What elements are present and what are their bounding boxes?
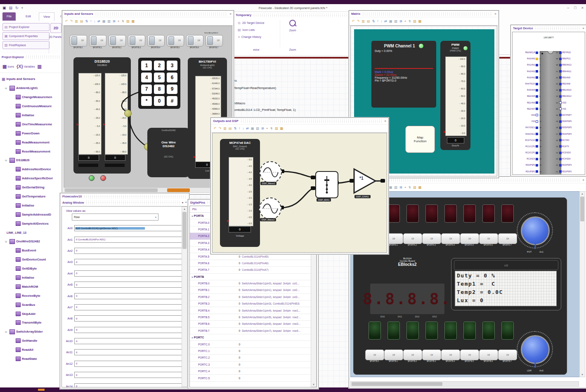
- pin-row[interactable]: PORTB.1 0 SwitchArraySlider1(pin1), keyp…: [190, 287, 317, 293]
- pin-pad-right[interactable]: [559, 95, 562, 98]
- toolbar-icon[interactable]: ▥: [75, 20, 78, 23]
- slider-marker-icon[interactable]: [444, 131, 446, 133]
- porta-button[interactable]: Off: [422, 233, 441, 244]
- tree-item[interactable]: ResetMeasurement: [1, 147, 62, 156]
- pin-pad-left[interactable]: [536, 164, 538, 167]
- pin-pad-left[interactable]: [536, 114, 538, 116]
- pin-pad-right[interactable]: [559, 139, 562, 141]
- toolbar-icon[interactable]: ⊞: [399, 20, 402, 23]
- toolbar-icon[interactable]: ▨: [413, 20, 416, 23]
- tree-item[interactable]: GetSerialString: [1, 183, 62, 192]
- slider-marker-icon[interactable]: [194, 156, 196, 158]
- tree-item[interactable]: AddressSpecificDevi: [1, 174, 62, 183]
- keypad-key[interactable]: 2: [154, 61, 165, 70]
- view-option[interactable]: ▤ Icon Lists: [236, 26, 276, 33]
- expander-icon[interactable]: ⊟: [5, 330, 8, 333]
- tab-edit[interactable]: Edit: [21, 12, 35, 21]
- keypad-key[interactable]: 9: [167, 85, 177, 94]
- pin-pad-left[interactable]: [536, 170, 538, 173]
- pin-pad-right[interactable]: [559, 52, 562, 54]
- pin-row[interactable]: ▸PORTC: [190, 334, 317, 341]
- toolbar-icon[interactable]: ↓: [380, 20, 382, 23]
- analog-channel-value[interactable]: 0 ComboBL0114(Pot ADC): [74, 237, 186, 243]
- inputs-horizontal-scrollbar[interactable]: [64, 188, 232, 193]
- dsp-mixer-block[interactable]: [315, 171, 338, 198]
- pin-pad-left[interactable]: [536, 64, 538, 66]
- tree-item[interactable]: GetDeviceCount: [1, 255, 62, 264]
- tree-item[interactable]: ScanBus: [1, 300, 62, 309]
- slider-marker-icon[interactable]: [77, 123, 79, 126]
- pin-pad-right[interactable]: [559, 158, 562, 160]
- pin-pad-right[interactable]: [559, 133, 562, 135]
- pin-pad-left[interactable]: [536, 95, 538, 98]
- portb-button[interactable]: Off: [422, 350, 441, 360]
- tree-item[interactable]: LINK_LINE_13: [1, 228, 62, 237]
- toolbar-icon[interactable]: ↑: [377, 20, 378, 23]
- keypad-key[interactable]: 4: [141, 73, 152, 82]
- toolbar-icon[interactable]: ▩: [418, 186, 422, 189]
- toolbar-icon[interactable]: ↷: [70, 20, 73, 23]
- dsp-wave1-block[interactable]: [260, 161, 282, 183]
- toolbar-icon[interactable]: ↑: [90, 20, 92, 23]
- keypad-key[interactable]: 8: [154, 85, 165, 94]
- slider-switch[interactable]: Off: [167, 35, 184, 47]
- toolbar-icon[interactable]: ↶: [214, 127, 217, 130]
- ribbon-button[interactable]: ▦ Component Properties: [2, 32, 50, 40]
- tree-item[interactable]: SampleAddressedD: [1, 210, 62, 219]
- pin-row[interactable]: ▸PORTB: [190, 274, 317, 280]
- tree-item[interactable]: ⊟ SwitchArraySlider: [1, 327, 62, 336]
- toolbar-icon[interactable]: ▨: [413, 186, 416, 189]
- toolbar-icon[interactable]: ⇄: [246, 127, 249, 130]
- keypad-key[interactable]: 1: [141, 61, 152, 70]
- zoom-control[interactable]: Zoom -: [282, 18, 303, 34]
- tree-item[interactable]: ⊟ DS18B20: [1, 156, 62, 165]
- toolbar-icon[interactable]: ▧: [395, 186, 398, 189]
- close-icon[interactable]: ×: [229, 12, 232, 16]
- toolbar-icon[interactable]: ▩: [132, 20, 135, 23]
- close-icon[interactable]: ×: [185, 201, 187, 204]
- toolbar-icon[interactable]: +: [404, 186, 406, 189]
- pin-row[interactable]: PORTB.4 0 SwitchArraySlider1(pin4), keyp…: [190, 307, 317, 314]
- tab-view[interactable]: View: [39, 12, 54, 21]
- pin-row[interactable]: PORTB.5 0 SwitchArraySlider1(pin5), keyp…: [190, 314, 317, 321]
- toolbar-icon[interactable]: ↯: [270, 127, 273, 130]
- expander-icon[interactable]: ⊟: [5, 87, 8, 89]
- pin-pad-right[interactable]: [559, 164, 562, 167]
- slider-switch[interactable]: Off: [89, 35, 106, 47]
- toolbar-icon[interactable]: ▧: [395, 20, 398, 23]
- pin-pad-right[interactable]: [559, 64, 562, 66]
- tree-item[interactable]: GetIDByte: [1, 264, 62, 273]
- pin-row[interactable]: PORTC.2 0: [190, 354, 317, 361]
- pin-pad-left[interactable]: [536, 89, 538, 92]
- 2d-panel-button[interactable]: 2D: [50, 23, 61, 33]
- toolbar-icon[interactable]: ↓: [242, 127, 244, 130]
- toolbar-icon[interactable]: ⇅: [85, 20, 88, 23]
- toolbar-icon[interactable]: ↶: [352, 20, 355, 23]
- slider-marker-icon[interactable]: [103, 123, 105, 126]
- pin-pad-left[interactable]: [536, 139, 538, 141]
- tree-item[interactable]: ChangeMeasuremen: [1, 93, 62, 102]
- slider-marker-icon[interactable]: [227, 220, 229, 222]
- pin-pad-right[interactable]: [559, 101, 562, 104]
- analog-channel-value[interactable]: 0: [74, 361, 186, 367]
- tab-file[interactable]: File: [2, 12, 16, 21]
- tree-item[interactable]: ReceiveByte: [1, 291, 62, 300]
- window-control-button[interactable]: ×: [581, 6, 584, 10]
- toolbar-icon[interactable]: ▦: [389, 20, 392, 23]
- view-option[interactable]: ◎ 2D Target Device: [236, 19, 276, 26]
- toolbar-icon[interactable]: ⊞: [261, 127, 264, 130]
- portb-button[interactable]: Off: [441, 350, 460, 360]
- pin-pad-right[interactable]: [559, 76, 562, 79]
- toolbar-icon[interactable]: ↷: [357, 20, 360, 23]
- pin-pad-right[interactable]: [559, 152, 562, 154]
- tree-item[interactable]: SampleAllDevices: [1, 219, 62, 228]
- pin-pad-right[interactable]: [559, 58, 562, 60]
- keypad-key[interactable]: 7: [141, 85, 152, 94]
- pin-row[interactable]: PORTC.1 0: [190, 348, 317, 354]
- toolbar-icon[interactable]: ▤: [367, 20, 370, 23]
- analog-channel-value[interactable]: 0: [74, 293, 186, 299]
- pin-row[interactable]: PORTB.7 0 SwitchArraySlider1(pin7), keyp…: [190, 328, 317, 334]
- portb-button[interactable]: Off: [384, 350, 403, 360]
- tree-item[interactable]: AddressNextDevice: [1, 165, 62, 174]
- pin-row[interactable]: PORTC.5 0: [190, 375, 317, 381]
